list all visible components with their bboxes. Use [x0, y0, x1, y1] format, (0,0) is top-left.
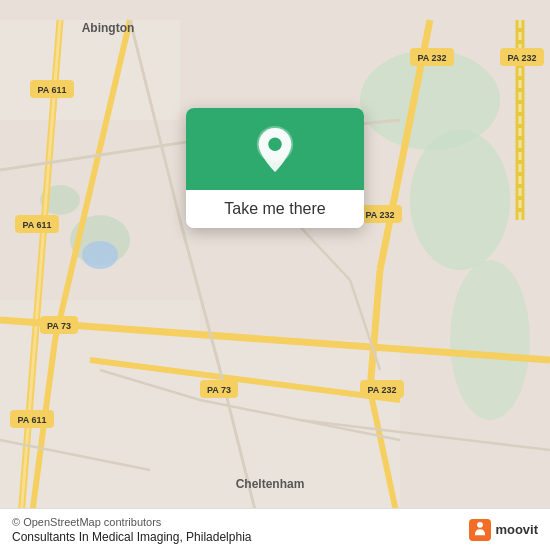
svg-text:PA 73: PA 73	[47, 321, 71, 331]
place-card: Take me there	[186, 108, 364, 228]
svg-text:PA 232: PA 232	[367, 385, 396, 395]
svg-text:Abington: Abington	[82, 21, 135, 35]
svg-rect-7	[0, 20, 180, 120]
svg-point-6	[82, 241, 118, 269]
card-top	[186, 108, 364, 190]
place-label: Consultants In Medical Imaging, Philadel…	[12, 530, 251, 544]
moovit-text: moovit	[495, 522, 538, 537]
svg-text:PA 611: PA 611	[17, 415, 46, 425]
moovit-logo: moovit	[469, 519, 538, 541]
location-pin-icon	[254, 126, 296, 174]
take-me-there-button[interactable]: Take me there	[186, 200, 364, 218]
svg-point-56	[477, 521, 483, 527]
svg-text:PA 232: PA 232	[507, 53, 536, 63]
svg-text:Cheltenham: Cheltenham	[236, 477, 305, 491]
map-svg: PA 611 PA 611 PA 611 PA 232 PA 232 PA 23…	[0, 0, 550, 550]
svg-text:PA 611: PA 611	[37, 85, 66, 95]
bottom-bar: © OpenStreetMap contributors Consultants…	[0, 508, 550, 550]
card-bottom: Take me there	[186, 190, 364, 228]
osm-credit: © OpenStreetMap contributors	[12, 516, 251, 528]
svg-point-2	[410, 130, 510, 270]
svg-text:PA 73: PA 73	[207, 385, 231, 395]
svg-point-3	[450, 260, 530, 420]
svg-point-54	[268, 138, 281, 151]
moovit-icon	[469, 519, 491, 541]
svg-text:PA 232: PA 232	[417, 53, 446, 63]
map-container: PA 611 PA 611 PA 611 PA 232 PA 232 PA 23…	[0, 0, 550, 550]
svg-text:PA 232: PA 232	[365, 210, 394, 220]
bottom-info: © OpenStreetMap contributors Consultants…	[12, 516, 251, 544]
svg-text:PA 611: PA 611	[22, 220, 51, 230]
